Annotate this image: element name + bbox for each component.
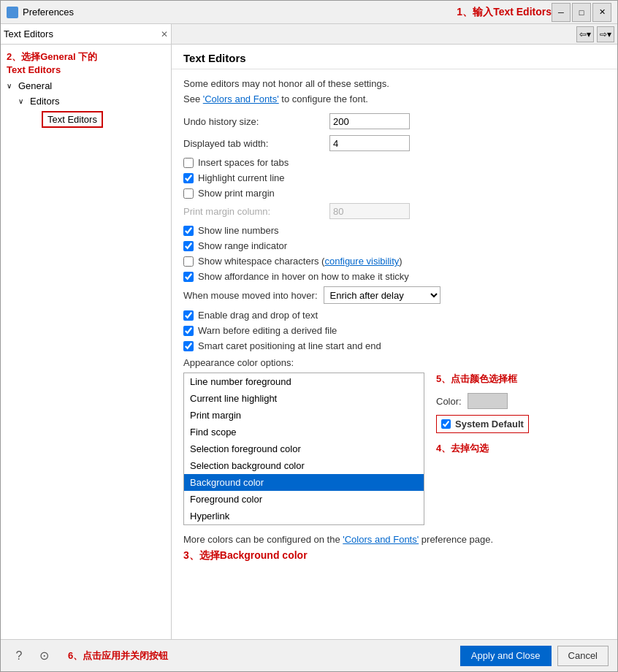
color-item-selection-bg[interactable]: Selection background color xyxy=(184,457,424,474)
appearance-label: Appearance color options: xyxy=(183,357,606,368)
color-item-find-scope[interactable]: Find scope xyxy=(184,424,424,440)
show-print-margin-checkbox[interactable] xyxy=(183,188,194,199)
tab-width-input[interactable] xyxy=(329,135,410,151)
info2-prefix: See xyxy=(183,93,203,104)
close-button[interactable]: ✕ xyxy=(592,3,611,22)
bottom-bar: ? ⊙ 6、点击应用并关闭按钮 Apply and Close Cancel xyxy=(1,639,617,671)
tree-label-general: General xyxy=(18,80,52,91)
show-affordance-row: Show affordance in hover on how to make … xyxy=(183,271,606,282)
tab-width-label: Displayed tab width: xyxy=(183,138,329,149)
right-panel: ⇦▾ ⇨▾ Text Editors Some editors may not … xyxy=(172,24,617,639)
show-print-margin-label: Show print margin xyxy=(198,188,275,199)
annotation-1: 1、输入Text Editors xyxy=(457,6,552,19)
appearance-row: Line number foreground Current line high… xyxy=(183,373,606,525)
show-range-indicator-checkbox[interactable] xyxy=(183,241,194,251)
tree-label-editors: Editors xyxy=(30,96,59,107)
window-title: Preferences xyxy=(23,7,442,18)
color-item-background-color[interactable]: Background color xyxy=(184,474,424,491)
main-content: ✕ 2、选择General 下的 Text Editors ∨ General … xyxy=(1,24,617,639)
drag-drop-row: Enable drag and drop of text xyxy=(183,310,606,321)
print-margin-col-input[interactable] xyxy=(329,203,410,219)
info-button[interactable]: ⊙ xyxy=(34,646,53,665)
color-item-selection-fg[interactable]: Selection foreground color xyxy=(184,440,424,457)
window-controls: ─ □ ✕ xyxy=(552,3,611,22)
show-line-numbers-row: Show line numbers xyxy=(183,225,606,236)
bottom-left-buttons: ? ⊙ xyxy=(9,646,53,665)
show-line-numbers-label: Show line numbers xyxy=(198,225,279,236)
info-text-1: Some editors may not honor all of these … xyxy=(183,78,606,89)
undo-history-row: Undo history size: xyxy=(183,113,606,129)
smart-caret-label: Smart caret positioning at line start an… xyxy=(198,340,381,351)
tree-label-text-editors: Text Editors xyxy=(42,111,103,128)
hover-row: When mouse moved into hover: Enrich afte… xyxy=(183,286,606,304)
maximize-button[interactable]: □ xyxy=(572,3,591,22)
expand-arrow-editors: ∨ xyxy=(18,97,27,105)
smart-caret-row: Smart caret positioning at line start an… xyxy=(183,340,606,351)
minimize-button[interactable]: ─ xyxy=(552,3,571,22)
show-affordance-checkbox[interactable] xyxy=(183,272,194,282)
page-title: Text Editors xyxy=(183,52,246,64)
highlight-line-row: Highlight current line xyxy=(183,172,606,183)
annotation-5: 5、点击颜色选择框 xyxy=(436,373,529,386)
color-item-foreground-color[interactable]: Foreground color xyxy=(184,491,424,508)
highlight-line-label: Highlight current line xyxy=(198,172,285,183)
system-default-checkbox[interactable] xyxy=(441,419,451,429)
insert-spaces-checkbox[interactable] xyxy=(183,158,194,168)
system-default-label: System Default xyxy=(455,419,524,429)
search-bar[interactable]: ✕ xyxy=(1,24,171,45)
color-item-current-line[interactable]: Current line highlight xyxy=(184,390,424,407)
color-item-hyperlink[interactable]: Hyperlink xyxy=(184,508,424,524)
tree-area: 2、选择General 下的 Text Editors ∨ General ∨ … xyxy=(1,45,171,639)
drag-drop-label: Enable drag and drop of text xyxy=(198,310,318,321)
tab-width-row: Displayed tab width: xyxy=(183,135,606,151)
color-item-print-margin[interactable]: Print margin xyxy=(184,407,424,424)
more-colors-text: More colors can be configured on the 'Co… xyxy=(183,534,606,545)
hover-select[interactable]: Enrich after delay Never Always xyxy=(324,286,440,304)
show-whitespace-label: Show whitespace characters (configure vi… xyxy=(198,256,403,267)
print-margin-col-label: Print margin column: xyxy=(183,206,329,217)
color-swatch-button[interactable] xyxy=(468,393,508,409)
insert-spaces-label: Insert spaces for tabs xyxy=(198,157,289,168)
colors-fonts-link-top[interactable]: 'Colors and Fonts' xyxy=(203,93,279,104)
title-bar: Preferences 1、输入Text Editors ─ □ ✕ xyxy=(1,1,617,24)
clear-icon[interactable]: ✕ xyxy=(161,29,168,39)
app-icon xyxy=(7,7,18,18)
configure-visibility-link[interactable]: configure visibility xyxy=(324,256,399,267)
tree-item-editors[interactable]: ∨ Editors xyxy=(1,93,171,109)
warn-derived-label: Warn before editing a derived file xyxy=(198,325,337,336)
color-row: Color: xyxy=(436,393,529,409)
show-line-numbers-checkbox[interactable] xyxy=(183,226,194,236)
smart-caret-checkbox[interactable] xyxy=(183,341,194,351)
show-range-indicator-row: Show range indicator xyxy=(183,240,606,251)
highlight-line-checkbox[interactable] xyxy=(183,173,194,183)
undo-input[interactable] xyxy=(329,113,410,129)
back-button[interactable]: ⇦▾ xyxy=(576,26,594,42)
tree-item-general[interactable]: ∨ General xyxy=(1,78,171,93)
help-button[interactable]: ? xyxy=(9,646,28,665)
warn-derived-checkbox[interactable] xyxy=(183,326,194,336)
search-input[interactable] xyxy=(4,28,161,39)
show-range-indicator-label: Show range indicator xyxy=(198,240,287,251)
cancel-button[interactable]: Cancel xyxy=(557,646,609,666)
color-controls: 5、点击颜色选择框 Color: System Default 4、去掉勾选 xyxy=(436,373,529,455)
print-margin-col-row: Print margin column: xyxy=(183,203,606,219)
tree-item-text-editors[interactable]: Text Editors xyxy=(1,109,171,130)
color-label: Color: xyxy=(436,396,462,407)
forward-button[interactable]: ⇨▾ xyxy=(597,26,614,42)
show-whitespace-checkbox[interactable] xyxy=(183,256,194,267)
bottom-right-buttons: Apply and Close Cancel xyxy=(460,646,609,666)
appearance-section: Appearance color options: Line number fo… xyxy=(183,357,606,525)
annotation-4: 4、去掉勾选 xyxy=(436,442,529,455)
left-panel: ✕ 2、选择General 下的 Text Editors ∨ General … xyxy=(1,24,172,639)
warn-derived-row: Warn before editing a derived file xyxy=(183,325,606,336)
show-whitespace-row: Show whitespace characters (configure vi… xyxy=(183,256,606,267)
color-item-line-num-fg[interactable]: Line number foreground xyxy=(184,373,424,390)
undo-label: Undo history size: xyxy=(183,116,329,127)
apply-close-button[interactable]: Apply and Close xyxy=(460,646,552,666)
more-colors-prefix: More colors can be configured on the xyxy=(183,534,343,545)
insert-spaces-row: Insert spaces for tabs xyxy=(183,157,606,168)
drag-drop-checkbox[interactable] xyxy=(183,310,194,321)
colors-fonts-link-bottom[interactable]: 'Colors and Fonts' xyxy=(343,534,419,545)
annotation-6: 6、点击应用并关闭按钮 xyxy=(68,649,168,663)
hover-label: When mouse moved into hover: xyxy=(183,290,318,301)
